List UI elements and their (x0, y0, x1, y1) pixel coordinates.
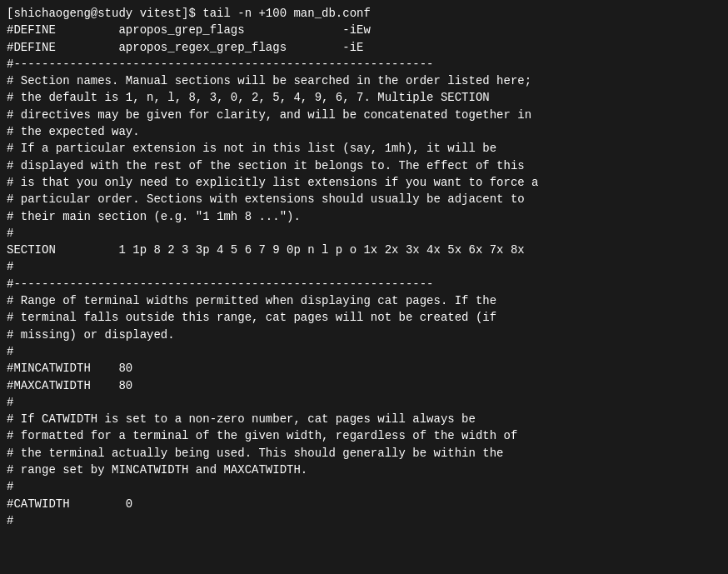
terminal-line: # (7, 512, 721, 529)
terminal-line: #CATWIDTH 0 (7, 496, 721, 512)
terminal-line: # is that you only need to explicitly li… (7, 174, 721, 191)
terminal-line: # displayed with the rest of the section… (7, 157, 721, 174)
terminal-line: # (7, 225, 721, 242)
terminal-line: #---------------------------------------… (7, 276, 721, 292)
terminal-line: # If CATWIDTH is set to a non-zero numbe… (7, 411, 721, 427)
terminal-line: # the default is 1, n, l, 8, 3, 0, 2, 5,… (7, 89, 721, 106)
terminal-line: # (7, 394, 721, 411)
terminal-line: # range set by MINCATWIDTH and MAXCATWID… (7, 462, 721, 478)
terminal-window: [shichaogeng@study vitest]$ tail -n +100… (0, 0, 728, 574)
terminal-line: # the terminal actually being used. This… (7, 445, 721, 462)
terminal-line: #DEFINE apropos_regex_grep_flags -iE (7, 39, 721, 56)
terminal-line: # missing) or displayed. (7, 327, 721, 343)
terminal-line: # the expected way. (7, 123, 721, 140)
terminal-line: # formatted for a terminal of the given … (7, 427, 721, 444)
terminal-line: SECTION 1 1p 8 2 3 3p 4 5 6 7 9 0p n l p… (7, 242, 721, 258)
terminal-line: # If a particular extension is not in th… (7, 140, 721, 157)
terminal-line: # (7, 343, 721, 360)
terminal-line: # particular order. Sections with extens… (7, 191, 721, 207)
terminal-line: # Range of terminal widths permitted whe… (7, 292, 721, 309)
terminal-line: # their main section (e.g. "1 1mh 8 ..."… (7, 208, 721, 225)
terminal-line: # Section names. Manual sections will be… (7, 72, 721, 89)
terminal-line: #MINCATWIDTH 80 (7, 360, 721, 377)
terminal-content: [shichaogeng@study vitest]$ tail -n +100… (7, 5, 721, 529)
terminal-line: # terminal falls outside this range, cat… (7, 309, 721, 326)
terminal-line: # (7, 478, 721, 495)
terminal-line: [shichaogeng@study vitest]$ tail -n +100… (7, 5, 721, 22)
terminal-line: # directives may be given for clarity, a… (7, 107, 721, 123)
terminal-line: #---------------------------------------… (7, 56, 721, 72)
terminal-line: # (7, 258, 721, 275)
terminal-line: #MAXCATWIDTH 80 (7, 377, 721, 394)
terminal-line: #DEFINE apropos_grep_flags -iEw (7, 22, 721, 38)
